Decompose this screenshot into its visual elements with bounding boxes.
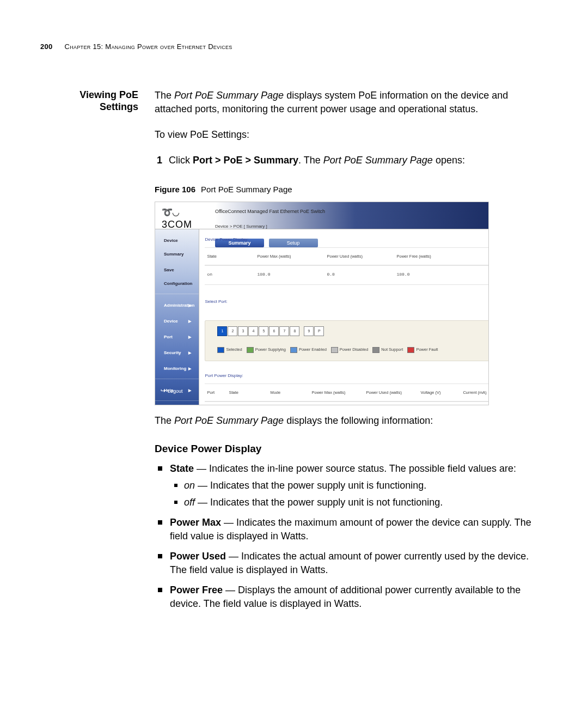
legend-swatch-icon bbox=[247, 347, 254, 353]
sidebar-item-security[interactable]: Security▶ bbox=[160, 345, 194, 361]
chevron-right-icon: ▶ bbox=[188, 330, 191, 344]
app-banner: ➰​◡ 3COM OfficeConnect Managed Fast Ethe… bbox=[155, 202, 488, 229]
port-5-button[interactable]: 5 bbox=[259, 326, 268, 336]
port-2-button[interactable]: 2 bbox=[228, 326, 237, 336]
port-1-button[interactable]: 1 bbox=[217, 326, 227, 336]
document-page: 200 Chapter 15: Managing Power over Ethe… bbox=[0, 0, 588, 706]
chevron-right-icon: ▶ bbox=[188, 299, 191, 312]
port-strip: 1 2 3 4 5 6 7 8 9 P bbox=[210, 326, 489, 336]
legend: Selected Power Supplying Power Enabled P… bbox=[210, 343, 489, 356]
legend-swatch-icon bbox=[290, 347, 297, 353]
list-item-state-off: off — Indicates that the power supply un… bbox=[170, 496, 536, 509]
step-1: 1 Click Port > PoE > Summary. The Port P… bbox=[155, 154, 536, 167]
device-power-header-row: State Power Max (watts) Power Used (watt… bbox=[205, 247, 489, 265]
list-item-state-on: on — Indicates that the power supply uni… bbox=[170, 479, 536, 492]
port-panel: 1 2 3 4 5 6 7 8 9 P bbox=[205, 320, 489, 361]
main-panel: Device Power Display: State Power Max (w… bbox=[199, 229, 489, 405]
sidebar-save-configuration[interactable]: Save Configuration bbox=[160, 262, 194, 291]
chevron-right-icon: ▶ bbox=[188, 346, 191, 360]
sidebar-device-summary[interactable]: Device Summary bbox=[160, 233, 194, 262]
port-9-button[interactable]: 9 bbox=[304, 326, 314, 336]
port-p-button[interactable]: P bbox=[314, 326, 324, 336]
page-number: 200 bbox=[40, 42, 53, 51]
port-3-button[interactable]: 3 bbox=[238, 326, 248, 336]
sidebar-item-administration[interactable]: Administration▶ bbox=[160, 297, 194, 313]
sidebar-group-nav: Administration▶ Device▶ Port▶ Security▶ … bbox=[155, 294, 199, 379]
intro-paragraph: The Port PoE Summary Page displays syste… bbox=[155, 89, 536, 116]
list-item-power-max: Power Max — Indicates the maximum amount… bbox=[155, 516, 536, 543]
legend-swatch-icon bbox=[217, 347, 224, 353]
port-power-data-row: 1 Enabled Auto 30.0 0.0 0 0 bbox=[205, 401, 489, 405]
product-title: OfficeConnect Managed Fast Ethernet PoE … bbox=[215, 205, 325, 218]
chevron-right-icon: ▶ bbox=[188, 362, 191, 375]
step-text: Click Port > PoE > Summary. The Port PoE… bbox=[169, 154, 465, 167]
section-side-heading: Viewing PoE Settings bbox=[40, 89, 138, 113]
select-port-heading: Select Port: bbox=[205, 295, 489, 308]
after-figure-text: The Port PoE Summary Page displays the f… bbox=[155, 414, 536, 428]
port-8-button[interactable]: 8 bbox=[290, 326, 299, 336]
field-list: State — Indicates the in-line power sour… bbox=[155, 462, 536, 611]
port-6-button[interactable]: 6 bbox=[269, 326, 279, 336]
sidebar-item-device[interactable]: Device▶ bbox=[160, 313, 194, 329]
legend-swatch-icon bbox=[331, 347, 338, 353]
legend-power-disabled: Power Disabled bbox=[331, 343, 369, 356]
chapter-title: Chapter 15: Managing Power over Ethernet… bbox=[65, 42, 232, 51]
legend-power-fault: Power Fault bbox=[407, 343, 438, 356]
list-item-power-free: Power Free — Displays the amount of addi… bbox=[155, 583, 536, 611]
sidebar-group-top: Device Summary Save Configuration bbox=[155, 229, 199, 294]
legend-not-support: Not Support bbox=[372, 343, 403, 356]
device-power-data-row: on 180.0 0.0 180.0 bbox=[205, 265, 489, 285]
port-power-header-row: Port State Mode Power Max (watts) Power … bbox=[205, 384, 489, 401]
step-number: 1 bbox=[155, 154, 162, 167]
logout-link[interactable]: Logout bbox=[161, 384, 183, 398]
legend-power-enabled: Power Enabled bbox=[290, 343, 327, 356]
brand-logo: ➰​◡ 3COM bbox=[155, 202, 214, 232]
chevron-right-icon: ▶ bbox=[188, 384, 191, 397]
port-7-button[interactable]: 7 bbox=[279, 326, 289, 336]
embedded-screenshot: ➰​◡ 3COM OfficeConnect Managed Fast Ethe… bbox=[155, 202, 489, 405]
margin-heading-column: Viewing PoE Settings bbox=[40, 89, 138, 617]
figure-caption: Figure 106Port PoE Summary Page bbox=[155, 182, 536, 196]
legend-swatch-icon bbox=[407, 347, 414, 353]
list-item-power-used: Power Used — Indicates the actual amount… bbox=[155, 550, 536, 577]
state-values-list: on — Indicates that the power supply uni… bbox=[170, 479, 536, 509]
device-power-heading: Device Power Display: bbox=[205, 233, 489, 246]
sidebar: Device Summary Save Configuration Admini… bbox=[155, 229, 199, 405]
logo-icon: ➰​◡ bbox=[162, 205, 214, 219]
port-4-button[interactable]: 4 bbox=[248, 326, 258, 336]
sidebar-item-port[interactable]: Port▶ bbox=[160, 329, 194, 345]
legend-power-supplying: Power Supplying bbox=[247, 343, 286, 356]
legend-selected: Selected bbox=[217, 343, 242, 356]
chevron-right-icon: ▶ bbox=[188, 314, 191, 328]
running-header: 200 Chapter 15: Managing Power over Ethe… bbox=[40, 42, 536, 51]
legend-swatch-icon bbox=[372, 347, 379, 353]
body-column: The Port PoE Summary Page displays syste… bbox=[155, 89, 536, 617]
list-item-state: State — Indicates the in-line power sour… bbox=[155, 462, 536, 509]
intro-lead: To view PoE Settings: bbox=[155, 128, 536, 142]
port-power-heading: Port Power Display: bbox=[205, 369, 489, 382]
subsection-heading: Device Power Display bbox=[155, 442, 536, 455]
sidebar-item-monitoring[interactable]: Monitoring▶ bbox=[160, 361, 194, 376]
